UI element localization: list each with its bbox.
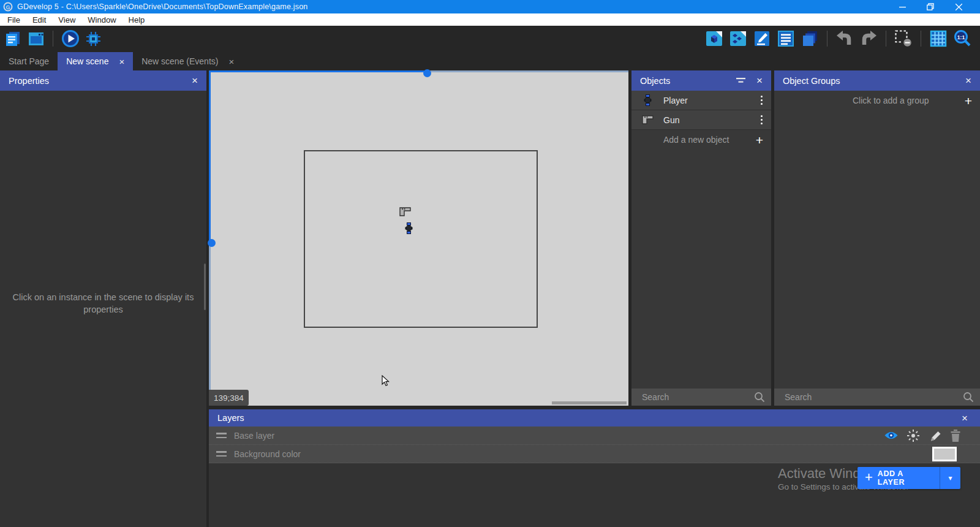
player-thumbnail-icon: [631, 94, 663, 106]
objects-header: Objects ×: [631, 70, 771, 91]
groups-search-input[interactable]: [774, 389, 980, 406]
visibility-eye-icon[interactable]: [884, 430, 899, 441]
add-group-button[interactable]: Click to add a group +: [774, 91, 980, 110]
properties-scrollbar[interactable]: [204, 264, 206, 310]
scene-canvas[interactable]: 139;384: [209, 70, 628, 406]
filter-icon[interactable]: [736, 77, 745, 84]
drag-handle-icon[interactable]: [216, 451, 227, 457]
gdevelop-logo-icon: G: [3, 2, 13, 12]
layer-row-background-color[interactable]: Background color: [209, 445, 980, 463]
tab-start-page[interactable]: Start Page: [0, 52, 58, 70]
tab-new-scene-events[interactable]: New scene (Events) ×: [133, 52, 243, 70]
layer-name: Base layer: [234, 431, 274, 441]
close-icon[interactable]: ×: [962, 413, 968, 423]
object-row-player[interactable]: Player: [631, 91, 771, 110]
window-selection-border: [427, 70, 628, 72]
tab-label: Start Page: [9, 56, 49, 66]
toolbar-separator: [53, 31, 53, 47]
gdevelop-window: G GDevelop 5 - C:\Users\Sparkle\OneDrive…: [0, 0, 980, 527]
close-icon[interactable]: ×: [756, 75, 763, 86]
object-name: Player: [663, 96, 688, 105]
resize-handle-left[interactable]: [208, 239, 216, 247]
close-icon[interactable]: ×: [965, 75, 971, 86]
window-title: GDevelop 5 - C:\Users\Sparkle\OneDrive\D…: [17, 2, 308, 11]
toolbar-separator: [886, 31, 886, 47]
restore-button[interactable]: [916, 0, 944, 13]
object-menu-icon[interactable]: [761, 96, 763, 105]
panel-title: Layers: [217, 413, 244, 423]
add-a-layer-button[interactable]: + ADD A LAYER ▾: [858, 467, 960, 489]
add-object-label: Add a new object: [663, 135, 729, 145]
mouse-cursor: [382, 375, 390, 387]
background-color-swatch[interactable]: [932, 447, 957, 461]
instances-list-icon[interactable]: [777, 29, 795, 48]
layer-row-base[interactable]: Base layer: [209, 427, 980, 445]
properties-header: Properties ×: [0, 70, 206, 91]
undo-icon[interactable]: [835, 29, 854, 48]
objects-editor-icon[interactable]: [705, 29, 723, 48]
window-selection-border: [209, 243, 211, 406]
grid-icon[interactable]: [929, 29, 948, 48]
menu-view[interactable]: View: [52, 13, 81, 26]
editor-tabbar: Start Page New scene × New scene (Events…: [0, 52, 980, 70]
project-manager-icon[interactable]: [4, 29, 22, 48]
edit-layer-pencil-icon[interactable]: [928, 429, 941, 442]
layer-actions: [884, 429, 962, 442]
gun-instance[interactable]: [399, 207, 411, 216]
gun-thumbnail-icon: [631, 115, 663, 124]
toolbar-separator: [827, 31, 827, 47]
object-groups-icon[interactable]: [729, 29, 747, 48]
toolbar-separator: [921, 31, 921, 47]
plus-icon: +: [858, 469, 878, 487]
title-bar: G GDevelop 5 - C:\Users\Sparkle\OneDrive…: [0, 0, 980, 13]
window-controls: [888, 0, 973, 13]
search-icon: [754, 392, 765, 403]
main-toolbar: 1:1: [0, 26, 980, 52]
properties-editor-icon[interactable]: [753, 29, 771, 48]
object-row-gun[interactable]: Gun: [631, 110, 771, 130]
svg-text:1:1: 1:1: [957, 34, 965, 40]
delete-layer-trash-icon[interactable]: [949, 429, 962, 442]
menu-edit[interactable]: Edit: [26, 13, 52, 26]
menu-help[interactable]: Help: [123, 13, 151, 26]
tab-close-icon[interactable]: ×: [228, 57, 234, 66]
layers-editor-icon[interactable]: [801, 29, 819, 48]
tab-new-scene[interactable]: New scene ×: [58, 52, 133, 70]
objects-panel: Objects × Player Gun Add a new object +: [631, 70, 771, 406]
close-icon[interactable]: ×: [192, 75, 198, 86]
layer-effects-icon[interactable]: [907, 429, 920, 442]
groups-search-bar: [774, 389, 980, 406]
deselect-icon[interactable]: [894, 29, 913, 48]
menu-bar: File Edit View Window Help: [0, 13, 980, 26]
panel-title: Object Groups: [783, 76, 840, 86]
tab-label: New scene (Events): [141, 56, 218, 66]
plus-icon: +: [965, 94, 972, 107]
redo-icon[interactable]: [859, 29, 878, 48]
zoom-original-icon[interactable]: 1:1: [953, 29, 971, 48]
minimize-button[interactable]: [888, 0, 916, 13]
canvas-horizontal-scrollbar[interactable]: [552, 401, 627, 404]
layers-header: Layers ×: [209, 409, 980, 427]
scene-window-icon[interactable]: [27, 29, 45, 48]
play-icon[interactable]: [61, 29, 79, 48]
resize-handle-top[interactable]: [423, 69, 431, 77]
tab-close-icon[interactable]: ×: [119, 57, 124, 66]
drag-handle-icon[interactable]: [216, 433, 227, 438]
panel-title: Properties: [9, 76, 49, 86]
menu-file[interactable]: File: [1, 13, 26, 26]
debug-icon[interactable]: [84, 29, 102, 48]
window-selection-border: [209, 70, 211, 243]
object-menu-icon[interactable]: [761, 115, 763, 124]
add-new-object-button[interactable]: Add a new object +: [631, 130, 771, 150]
objects-search-bar: [631, 389, 771, 406]
cursor-coordinates-badge: 139;384: [209, 390, 249, 406]
player-instance[interactable]: [405, 222, 413, 234]
svg-text:G: G: [6, 4, 10, 10]
close-button[interactable]: [944, 0, 973, 13]
layer-name: Background color: [234, 449, 301, 459]
menu-window[interactable]: Window: [81, 13, 122, 26]
window-selection-border: [209, 70, 427, 72]
chevron-down-icon[interactable]: ▾: [940, 474, 960, 482]
objects-search-input[interactable]: [631, 389, 771, 406]
game-window-outline: [304, 150, 538, 328]
